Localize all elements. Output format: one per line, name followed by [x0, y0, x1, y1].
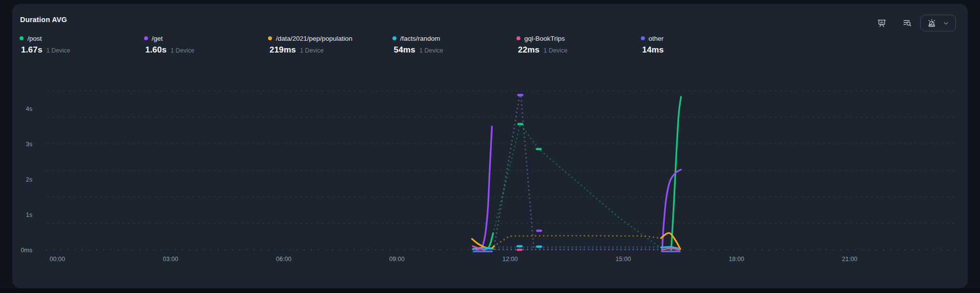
chart-area[interactable]: 0ms1s2s3s4s00:0003:0006:0009:0012:0015:0…	[12, 4, 968, 288]
page: Duration AVG	[0, 0, 980, 293]
series-dotted-line	[521, 97, 534, 249]
page-bottom-bar	[0, 289, 980, 293]
x-tick-label: 03:00	[163, 256, 178, 263]
x-tick-label: 06:00	[276, 256, 291, 263]
x-tick-label: 21:00	[842, 256, 857, 263]
series-dotted-line	[494, 96, 519, 249]
y-tick-label: 0ms	[21, 247, 32, 254]
series-solid-line	[476, 127, 492, 250]
y-tick-label: 3s	[26, 141, 32, 148]
duration-avg-card: Duration AVG	[12, 4, 968, 288]
x-tick-label: 18:00	[729, 256, 744, 263]
y-tick-label: 1s	[26, 212, 32, 218]
x-tick-label: 15:00	[615, 256, 631, 263]
x-tick-label: 12:00	[502, 256, 517, 263]
y-tick-label: 4s	[26, 106, 32, 112]
y-tick-label: 2s	[26, 176, 32, 183]
x-tick-label: 00:00	[49, 256, 65, 263]
series-dotted-line	[493, 124, 660, 247]
series-dotted-line	[494, 236, 661, 246]
x-tick-label: 09:00	[389, 256, 404, 263]
chart-canvas: 0ms1s2s3s4s00:0003:0006:0009:0012:0015:0…	[12, 4, 968, 288]
